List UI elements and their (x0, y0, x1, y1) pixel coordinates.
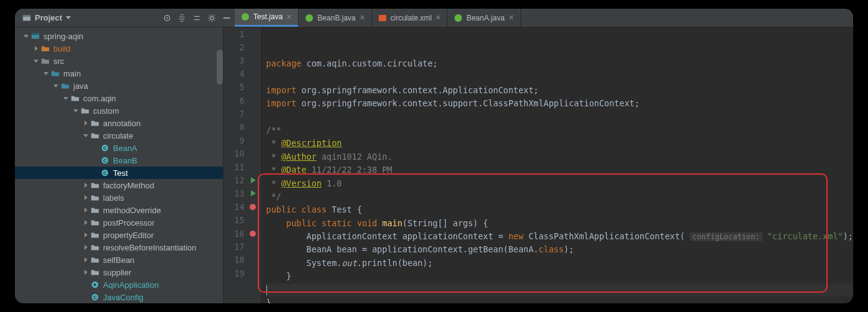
settings-icon[interactable] (207, 14, 216, 22)
locate-icon[interactable] (163, 14, 171, 22)
close-tab-icon[interactable]: ✕ (435, 14, 441, 22)
code-line-12[interactable]: public class Test { (266, 203, 853, 216)
code-line-6[interactable]: /** (266, 124, 853, 137)
tree-node-BeanB[interactable]: CBeanB (15, 154, 223, 167)
tree-node-BeanA[interactable]: CBeanA (15, 142, 223, 154)
gutter-line-12[interactable]: 12 (224, 173, 260, 186)
gutter[interactable]: 12345678910111213141516171819 (224, 27, 260, 303)
tree-node-build[interactable]: build (15, 42, 223, 55)
collapse-all-icon[interactable] (192, 14, 201, 22)
chevron-right-icon[interactable] (82, 194, 89, 201)
gutter-line-2[interactable]: 2 (224, 40, 260, 53)
code-line-13[interactable]: public static void main(String[] args) { (266, 217, 853, 230)
close-tab-icon[interactable]: ✕ (509, 14, 514, 22)
gutter-line-17[interactable]: 17 (224, 240, 260, 253)
gutter-line-19[interactable]: 19 (224, 267, 260, 280)
gutter-line-1[interactable]: 1 (224, 27, 260, 40)
code-line-18[interactable] (266, 283, 853, 296)
code-line-2[interactable] (266, 70, 853, 83)
chevron-right-icon[interactable] (82, 244, 89, 251)
gutter-line-16[interactable]: 16 (224, 227, 260, 240)
editor-tab-circulate-xml[interactable]: circulate.xml✕ (372, 9, 448, 27)
chevron-right-icon[interactable] (82, 219, 89, 226)
chevron-right-icon[interactable] (82, 119, 89, 127)
gutter-line-4[interactable]: 4 (224, 67, 260, 80)
gutter-line-13[interactable]: 13 (224, 187, 260, 200)
gutter-line-11[interactable]: 11 (224, 160, 260, 173)
chevron-right-icon[interactable] (82, 231, 89, 239)
code-line-5[interactable] (266, 111, 853, 124)
code-editor[interactable]: 12345678910111213141516171819 package co… (224, 27, 853, 303)
gutter-line-10[interactable]: 10 (224, 147, 260, 160)
run-icon[interactable] (251, 190, 256, 196)
tree-node-annotation[interactable]: annotation (15, 117, 223, 129)
tree-node-spring-aqin[interactable]: spring-aqin (15, 30, 223, 42)
chevron-down-icon[interactable] (22, 32, 30, 40)
chevron-right-icon[interactable] (82, 268, 89, 276)
chevron-down-icon[interactable] (82, 132, 89, 139)
gutter-line-15[interactable]: 15 (224, 213, 260, 226)
project-tool-window-button[interactable]: Project (22, 13, 71, 22)
code-line-1[interactable]: package com.aqin.custom.circulate; (266, 57, 853, 70)
code-line-9[interactable]: * @Date 11/21/22 2:38 PM (266, 163, 853, 177)
close-tab-icon[interactable]: ✕ (286, 13, 292, 21)
code-line-7[interactable]: * @Description (266, 137, 853, 150)
code-area[interactable]: package com.aqin.custom.circulate; impor… (260, 27, 853, 303)
breakpoint-icon[interactable] (250, 231, 256, 237)
tree-node-postProcessor[interactable]: postProcessor (15, 216, 223, 229)
gutter-line-8[interactable]: 8 (224, 121, 260, 134)
tree-node-JavaConfig[interactable]: CJavaConfig (15, 291, 223, 303)
tree-node-supplier[interactable]: supplier (15, 266, 223, 278)
tree-node-java[interactable]: java (15, 80, 223, 92)
code-line-14[interactable]: ApplicationContext applicationContext = … (266, 230, 853, 243)
expand-all-icon[interactable] (178, 14, 186, 22)
code-line-16[interactable]: System.out.println(bean); (266, 257, 853, 270)
code-line-15[interactable]: BeanA bean = applicationContext.getBean(… (266, 243, 853, 256)
code-line-10[interactable]: * @Version 1.0 (266, 177, 853, 190)
editor-tab-BeanA-java[interactable]: BeanA.java✕ (448, 9, 520, 27)
tree-node-com-aqin[interactable]: com.aqin (15, 92, 223, 104)
chevron-down-icon[interactable] (32, 57, 40, 65)
chevron-right-icon[interactable] (82, 256, 89, 264)
tree-node-Test[interactable]: CTest (15, 167, 223, 179)
code-line-4[interactable]: import org.springframework.context.suppo… (266, 97, 853, 110)
gutter-line-6[interactable]: 6 (224, 94, 260, 107)
editor-tab-Test-java[interactable]: Test.java✕ (235, 9, 299, 27)
tree-node-custom[interactable]: custom (15, 104, 223, 117)
run-icon[interactable] (251, 177, 256, 183)
tree-node-factoryMethod[interactable]: factoryMethod (15, 179, 223, 191)
gutter-line-3[interactable]: 3 (224, 54, 260, 67)
chevron-down-icon[interactable] (42, 70, 50, 77)
scrollbar-thumb[interactable] (217, 50, 223, 85)
code-line-3[interactable]: import org.springframework.context.Appli… (266, 84, 853, 97)
gutter-line-5[interactable]: 5 (224, 81, 260, 94)
tree-node-AqinApplication[interactable]: AqinApplication (15, 278, 223, 291)
editor-tab-BeanB-java[interactable]: BeanB.java✕ (299, 9, 371, 27)
gutter-line-14[interactable]: 14 (224, 200, 260, 213)
tree-node-selfBean[interactable]: selfBean (15, 254, 223, 266)
chevron-down-icon[interactable] (62, 94, 70, 102)
chevron-down-icon[interactable] (72, 107, 79, 114)
tree-node-labels[interactable]: labels (15, 191, 223, 204)
tree-node-resolveBeforeInstantiation[interactable]: resolveBeforeInstantiation (15, 241, 223, 254)
code-line-19[interactable]: } (266, 296, 853, 303)
gutter-line-9[interactable]: 9 (224, 134, 260, 147)
tree-node-methodOverride[interactable]: methodOverride (15, 204, 223, 216)
gutter-line-18[interactable]: 18 (224, 254, 260, 267)
chevron-right-icon[interactable] (32, 45, 40, 52)
close-tab-icon[interactable]: ✕ (359, 14, 365, 22)
tree-node-circulate[interactable]: circulate (15, 129, 223, 142)
tree-node-propertyEditor[interactable]: propertyEditor (15, 229, 223, 241)
breakpoint-icon[interactable] (250, 204, 256, 210)
code-line-8[interactable]: * @Author aqin1012 AQin. (266, 150, 853, 163)
hide-icon[interactable] (222, 14, 231, 22)
tree-node-main[interactable]: main (15, 67, 223, 80)
tree-node-src[interactable]: src (15, 55, 223, 67)
chevron-right-icon[interactable] (82, 206, 89, 214)
chevron-right-icon[interactable] (82, 181, 89, 189)
code-line-17[interactable]: } (266, 270, 853, 283)
chevron-down-icon[interactable] (52, 82, 60, 89)
project-tree[interactable]: spring-aqinbuildsrcmainjavacom.aqincusto… (15, 27, 224, 303)
code-line-11[interactable]: */ (266, 190, 853, 203)
gutter-line-7[interactable]: 7 (224, 107, 260, 120)
